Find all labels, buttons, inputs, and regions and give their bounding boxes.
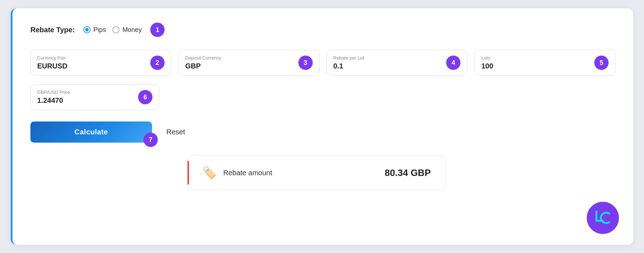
rebate-type-label: Rebate Type:: [30, 26, 75, 34]
step-badge-5: 5: [594, 56, 609, 70]
step-badge-2: 2: [150, 56, 165, 70]
step-badge-1: 1: [150, 23, 165, 37]
gbp-usd-price-field[interactable]: GBP/USD Price 1.24470 6: [30, 84, 159, 110]
step-badge-4: 4: [446, 56, 460, 70]
gbp-usd-price-label: GBP/USD Price: [37, 90, 70, 95]
rebate-icon: 🏷️: [203, 166, 217, 180]
rebate-per-lot-label: Rebate per Lot: [333, 55, 364, 61]
radio-pips-input[interactable]: [83, 26, 91, 33]
reset-button[interactable]: Reset: [166, 128, 185, 136]
rebate-per-lot-field[interactable]: Rebate per Lot 0.1 4: [327, 50, 468, 76]
logo-circle: [587, 202, 619, 234]
step-badge-6: 6: [138, 90, 152, 104]
calculate-button[interactable]: Calculate 7: [30, 121, 152, 143]
lots-value: 100: [481, 62, 493, 70]
step-badge-7: 7: [143, 133, 158, 147]
currency-pair-field[interactable]: Currency Pair EURUSD 2: [30, 50, 171, 76]
rebate-per-lot-value: 0.1: [333, 62, 364, 70]
currency-pair-value: EURUSD: [37, 62, 67, 70]
radio-pips[interactable]: Pips: [83, 26, 106, 34]
deposit-currency-label: Deposit Currency: [185, 55, 221, 61]
gbp-usd-price-value: 1.24470: [37, 96, 70, 105]
fields-row-2: GBP/USD Price 1.24470 6: [30, 84, 615, 110]
radio-money-label: Money: [122, 26, 142, 34]
lots-field[interactable]: Lots 100 5: [474, 50, 615, 76]
calculator-card: Rebate Type: Pips Money 1 Currency Pair …: [11, 8, 633, 245]
radio-pips-label: Pips: [93, 26, 106, 34]
result-label: Rebate amount: [223, 169, 272, 177]
currency-pair-label: Currency Pair: [37, 55, 67, 61]
rebate-type-row: Rebate Type: Pips Money 1: [30, 23, 615, 37]
fields-row-1: Currency Pair EURUSD 2 Deposit Currency …: [30, 50, 615, 76]
deposit-currency-value: GBP: [185, 62, 221, 70]
radio-group: Pips Money: [83, 26, 142, 34]
logo-svg: [593, 208, 613, 228]
radio-money-input[interactable]: [112, 26, 119, 33]
lots-label: Lots: [481, 55, 493, 61]
radio-money[interactable]: Money: [112, 26, 142, 34]
calculate-label: Calculate: [74, 128, 108, 136]
deposit-currency-field[interactable]: Deposit Currency GBP 3: [179, 50, 319, 76]
result-box: 🏷️ Rebate amount 80.34 GBP: [188, 156, 445, 190]
step-badge-3: 3: [298, 56, 313, 70]
action-row: Calculate 7 Reset: [30, 121, 615, 143]
result-value: 80.34 GBP: [385, 167, 431, 178]
